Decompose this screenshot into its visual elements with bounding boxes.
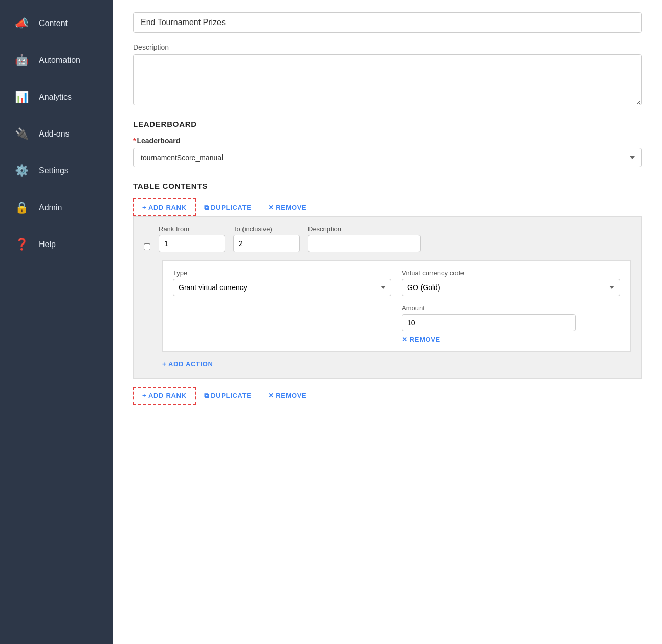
sidebar-item-label: Automation <box>39 56 80 65</box>
sidebar-item-label: Admin <box>39 203 62 212</box>
action-remove-link[interactable]: ✕ REMOVE <box>402 336 576 343</box>
duplicate-icon: ⧉ <box>204 204 209 212</box>
sidebar-item-label: Settings <box>39 166 69 175</box>
table-contents-heading: TABLE CONTENTS <box>133 182 642 190</box>
amount-input[interactable] <box>402 314 576 331</box>
sidebar-item-content[interactable]: 📣 Content <box>0 5 113 42</box>
rank-from-label: Rank from <box>159 225 225 233</box>
type-group: Type Grant virtual currency <box>173 269 391 296</box>
title-input[interactable] <box>133 12 642 33</box>
rank-from-input[interactable] <box>159 235 225 252</box>
rank-fields: Rank from To (inclusive) Description <box>159 225 631 252</box>
leaderboard-field-label: * Leaderboard <box>133 137 642 145</box>
admin-icon: 🔒 <box>12 198 31 217</box>
addons-icon: 🔌 <box>12 125 31 143</box>
add-rank-button-top[interactable]: + ADD RANK <box>133 198 196 216</box>
rank-checkbox[interactable] <box>144 243 150 250</box>
sidebar-item-admin[interactable]: 🔒 Admin <box>0 189 113 226</box>
times-icon-action: ✕ <box>402 336 408 343</box>
duplicate-button-top[interactable]: ⧉ DUPLICATE <box>196 199 260 216</box>
settings-icon: ⚙️ <box>12 162 31 180</box>
add-action-container: + ADD ACTION <box>162 358 631 370</box>
sidebar-item-label: Analytics <box>39 93 72 102</box>
amount-group: Amount ✕ REMOVE <box>402 304 576 343</box>
type-label: Type <box>173 269 391 277</box>
amount-label: Amount <box>402 304 576 312</box>
table-contents-section: TABLE CONTENTS + ADD RANK ⧉ DUPLICATE ✕ … <box>133 182 642 405</box>
add-action-button[interactable]: + ADD ACTION <box>162 358 213 370</box>
type-select[interactable]: Grant virtual currency <box>173 279 391 296</box>
required-star: * <box>133 137 136 145</box>
to-inclusive-group: To (inclusive) <box>233 225 300 252</box>
to-inclusive-label: To (inclusive) <box>233 225 300 233</box>
help-icon: ❓ <box>12 235 31 254</box>
times-icon-top: ✕ <box>268 204 274 211</box>
sidebar-item-addons[interactable]: 🔌 Add-ons <box>0 116 113 152</box>
leaderboard-section: LEADERBOARD * Leaderboard tournamentScor… <box>133 120 642 177</box>
add-rank-button-bottom[interactable]: + ADD RANK <box>133 387 196 405</box>
vc-select[interactable]: GO (Gold) <box>402 279 620 296</box>
to-inclusive-input[interactable] <box>233 235 300 252</box>
remove-button-bottom[interactable]: ✕ REMOVE <box>260 388 315 404</box>
description-label: Description <box>133 43 642 51</box>
times-icon-bottom: ✕ <box>268 392 274 399</box>
bottom-action-bar: + ADD RANK ⧉ DUPLICATE ✕ REMOVE <box>133 387 642 405</box>
vc-label: Virtual currency code <box>402 269 620 277</box>
vc-group: Virtual currency code GO (Gold) <box>402 269 620 296</box>
sidebar-item-help[interactable]: ❓ Help <box>0 226 113 263</box>
sidebar-item-label: Add-ons <box>39 129 70 139</box>
main-content: Description LEADERBOARD * Leaderboard to… <box>113 0 662 644</box>
leaderboard-heading: LEADERBOARD <box>133 120 642 128</box>
automation-icon: 🤖 <box>12 51 31 70</box>
top-action-bar: + ADD RANK ⧉ DUPLICATE ✕ REMOVE <box>133 198 642 216</box>
sidebar-item-label: Help <box>39 240 56 249</box>
rank-from-group: Rank from <box>159 225 225 252</box>
sidebar: 📣 Content 🤖 Automation 📊 Analytics 🔌 Add… <box>0 0 113 644</box>
rank-container: Rank from To (inclusive) Description <box>133 216 642 379</box>
sidebar-item-analytics[interactable]: 📊 Analytics <box>0 79 113 116</box>
duplicate-button-bottom[interactable]: ⧉ DUPLICATE <box>196 388 260 404</box>
sidebar-item-label: Content <box>39 19 68 28</box>
action-sub-container: Type Grant virtual currency Virtual curr… <box>162 260 631 352</box>
remove-button-top[interactable]: ✕ REMOVE <box>260 199 315 215</box>
leaderboard-select[interactable]: tournamentScore_manual <box>133 148 642 167</box>
sidebar-item-automation[interactable]: 🤖 Automation <box>0 42 113 79</box>
rank-description-input[interactable] <box>308 235 421 252</box>
sidebar-item-settings[interactable]: ⚙️ Settings <box>0 152 113 189</box>
description-textarea[interactable] <box>133 54 642 105</box>
analytics-icon: 📊 <box>12 88 31 106</box>
duplicate-icon-bottom: ⧉ <box>204 392 209 400</box>
content-icon: 📣 <box>12 14 31 33</box>
rank-row: Rank from To (inclusive) Description <box>144 225 631 252</box>
action-type-row: Type Grant virtual currency Virtual curr… <box>173 269 620 296</box>
rank-description-group: Description <box>308 225 421 252</box>
rank-description-label: Description <box>308 225 421 233</box>
